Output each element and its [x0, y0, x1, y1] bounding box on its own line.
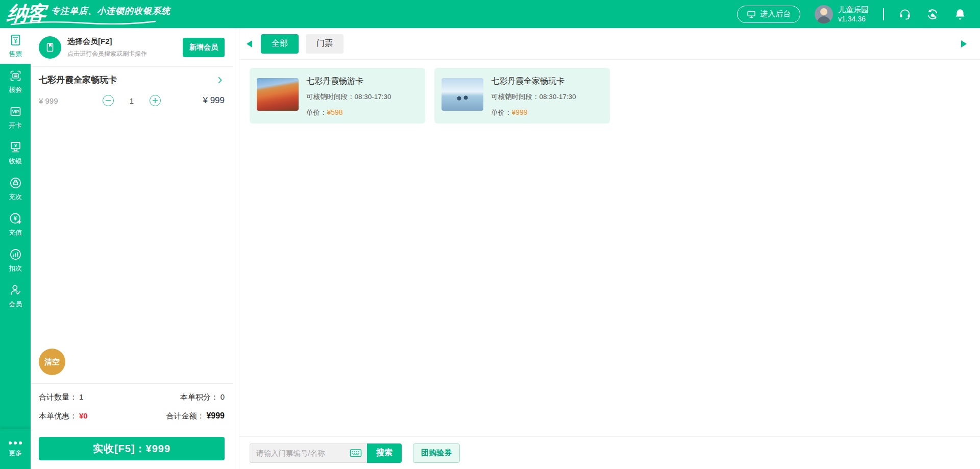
brand-area: 纳客 专注单店、小连锁的收银系统 [7, 0, 170, 28]
user-avatar[interactable] [815, 5, 833, 23]
product-image-danxia [257, 78, 299, 111]
groupon-verify-button[interactable]: 团购验券 [413, 443, 460, 463]
price-value: ¥598 [327, 108, 343, 116]
increase-qty-button[interactable] [150, 95, 161, 106]
sidebar-item-label: 开卡 [9, 121, 22, 130]
sidebar-item-label: 会员 [9, 300, 22, 309]
scroll-tabs-left-button[interactable] [246, 40, 254, 48]
sidebar-item-recharge-times[interactable]: 充次 [0, 171, 31, 207]
add-member-button[interactable]: 新增会员 [183, 38, 225, 57]
avatar-body-shape [817, 16, 830, 23]
sidebar-item-label: 扣次 [9, 264, 22, 273]
quantity-stepper: 1 [86, 95, 178, 106]
search-button[interactable]: 搜索 [367, 443, 402, 463]
arrow-left-icon [246, 40, 253, 48]
top-header: 纳客 专注单店、小连锁的收银系统 进入后台 儿童乐园 v1.34.36 [0, 0, 980, 28]
search-input-container [250, 443, 367, 463]
sidebar-item-label: 充值 [9, 228, 22, 237]
bar-chart-circle-icon [9, 248, 22, 261]
cloud-sync-icon[interactable] [926, 8, 939, 21]
tab-tickets[interactable]: 门票 [306, 34, 344, 54]
store-name: 儿童乐园 [838, 5, 869, 15]
plus-icon [152, 97, 158, 104]
decrease-qty-button[interactable] [103, 95, 114, 106]
sidebar-item-cashier[interactable]: ¥ 收银 [0, 135, 31, 171]
product-image-lake [442, 78, 483, 111]
arrow-right-icon [961, 40, 968, 48]
sidebar-item-label: 售票 [9, 50, 22, 59]
total-qty-value: 1 [79, 392, 83, 402]
svg-text:¥: ¥ [13, 215, 16, 221]
product-price: 单价：¥598 [306, 108, 391, 117]
store-info: 儿童乐园 v1.34.36 [838, 5, 869, 24]
brand-tagline: 专注单店、小连锁的收银系统 [51, 5, 170, 17]
sidebar-item-label: 充次 [9, 192, 22, 202]
product-name: 七彩丹霞全家畅玩卡 [491, 76, 576, 87]
member-texts: 选择会员[F2] 点击进行会员搜索或刷卡操作 [67, 37, 147, 58]
price-label: 单价： [306, 109, 327, 116]
time-value: 08:30-17:30 [355, 93, 391, 101]
product-price: 单价：¥999 [491, 108, 576, 117]
product-card[interactable]: 七彩丹霞全家畅玩卡 可核销时间段：08:30-17:30 单价：¥999 [434, 68, 610, 124]
ticket-search-input[interactable] [256, 449, 346, 457]
scan-verify-icon [9, 69, 22, 83]
order-total-label: 合计金额： [166, 411, 204, 421]
scroll-tabs-right-button[interactable] [961, 40, 969, 48]
notification-bell-icon[interactable] [953, 8, 967, 21]
sidebar-item-open-card[interactable]: VIP 开卡 [0, 100, 31, 135]
sidebar-item-recharge[interactable]: ¥ 充值 [0, 207, 31, 242]
time-label: 可核销时间段： [306, 93, 355, 101]
total-qty-label: 合计数量： [39, 392, 77, 402]
avatar-head-shape [820, 8, 827, 15]
sidebar-item-sell-ticket[interactable]: ¥ 售票 [0, 28, 31, 64]
order-discount-label: 本单优惠： [39, 411, 77, 421]
chevron-right-icon[interactable] [215, 76, 225, 85]
sidebar-more-label: 更多 [9, 449, 22, 458]
order-summary: 合计数量： 1 本单积分： 0 本单优惠： ¥0 合计金额： ¥999 [31, 383, 233, 430]
sidebar-item-member[interactable]: 会员 [0, 278, 31, 314]
cart-item: 七彩丹霞全家畅玩卡 ¥ 999 1 [39, 74, 225, 106]
svg-text:VIP: VIP [12, 109, 19, 114]
clear-cart-button[interactable]: 清空 [39, 349, 65, 375]
member-card-badge [39, 36, 61, 59]
enter-backstage-label: 进入后台 [760, 9, 791, 19]
sidebar-item-deduct-times[interactable]: 扣次 [0, 242, 31, 278]
card-icon [44, 41, 56, 54]
ticket-search-bar: 搜索 团购验券 [239, 436, 980, 469]
sidebar-item-verify[interactable]: 核验 [0, 64, 31, 100]
price-value: ¥999 [512, 108, 528, 116]
svg-text:¥: ¥ [14, 143, 16, 148]
cash-register-icon: ¥ [9, 140, 22, 154]
order-discount-value: ¥0 [79, 411, 88, 421]
product-card[interactable]: 七彩丹霞畅游卡 可核销时间段：08:30-17:30 单价：¥598 [250, 68, 425, 124]
ticket-kiosk-icon: ¥ [9, 33, 22, 47]
sidebar-item-more[interactable]: 更多 [0, 429, 31, 469]
customer-service-icon[interactable] [898, 8, 912, 21]
member-title: 选择会员[F2] [67, 37, 147, 46]
checkout-button[interactable]: 实收[F5]：¥999 [39, 437, 225, 460]
cart-item-line-total: ¥ 999 [178, 95, 225, 106]
order-points-label: 本单积分： [180, 392, 218, 402]
order-total-value: ¥999 [206, 411, 225, 421]
more-dots-icon [8, 440, 23, 446]
bag-circle-icon [9, 176, 22, 190]
sidebar-item-label: 收银 [9, 157, 22, 166]
tab-all[interactable]: 全部 [261, 34, 299, 54]
account-area[interactable]: 儿童乐园 v1.34.36 [815, 5, 869, 24]
monitor-icon [747, 10, 756, 19]
member-select-area[interactable]: 选择会员[F2] 点击进行会员搜索或刷卡操作 新增会员 [31, 28, 233, 67]
yen-plus-circle-icon: ¥ [9, 212, 22, 226]
product-time-window: 可核销时间段：08:30-17:30 [306, 92, 391, 102]
keyboard-icon[interactable] [350, 447, 362, 459]
product-time-window: 可核销时间段：08:30-17:30 [491, 92, 576, 102]
cart-item-qty: 1 [128, 96, 135, 105]
brand-swoosh-underline [9, 20, 157, 26]
product-info: 七彩丹霞畅游卡 可核销时间段：08:30-17:30 单价：¥598 [306, 74, 391, 117]
sidebar-item-label: 核验 [9, 85, 22, 94]
cart-item-list: 七彩丹霞全家畅玩卡 ¥ 999 1 [31, 67, 233, 383]
product-grid: 七彩丹霞畅游卡 可核销时间段：08:30-17:30 单价：¥598 七彩丹霞全… [239, 60, 980, 436]
minus-icon [105, 97, 111, 104]
category-tab-bar: 全部 门票 [239, 28, 980, 60]
time-label: 可核销时间段： [491, 93, 540, 101]
enter-backstage-button[interactable]: 进入后台 [737, 6, 800, 23]
